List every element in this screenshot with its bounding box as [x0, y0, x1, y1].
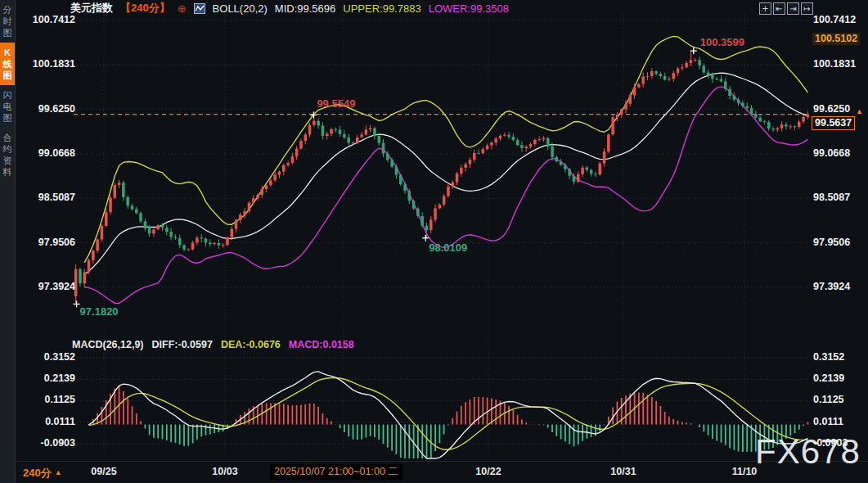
fx678-watermark: FX678	[755, 432, 861, 472]
last-price-marker-icon: ▲	[856, 108, 863, 115]
go-latest-icon[interactable]: ↦	[801, 2, 813, 15]
axis-tick-label: 98.5087	[11, 192, 75, 204]
macd-header: MACD(26,12,9) DIFF:-0.0597 DEA:-0.0676 M…	[72, 339, 354, 350]
axis-tick-label: 97.3924	[11, 281, 75, 293]
sidebar-tab-1[interactable]: K线图	[0, 43, 15, 85]
axis-tick-label: 99.0668	[11, 147, 75, 160]
session-high-badge: 100.5102	[812, 33, 860, 45]
boll-upper-value: UPPER:99.7883	[343, 2, 421, 15]
svg-text:100.3599: 100.3599	[700, 36, 744, 48]
boll-lower-value: LOWER:99.3508	[429, 2, 509, 15]
macd-name-label: MACD(26,12,9)	[72, 339, 144, 350]
axis-tick-label: 0.3152	[813, 351, 844, 363]
time-axis-label: 10/22	[456, 466, 521, 477]
chart-header: 美元指数 【240分】 ⊕ BOLL(20,2) MID:99.5696 UPP…	[70, 2, 509, 15]
axis-tick-label: 0.0111	[11, 416, 75, 428]
axis-tick-label: -0.0903	[11, 437, 75, 449]
period-tag: 【240分】	[120, 1, 170, 16]
time-axis-label: 10/03	[192, 466, 258, 477]
axis-tick-label: 99.6250	[11, 103, 75, 115]
macd-dea-value: DEA:-0.0676	[221, 339, 281, 350]
sidebar-tab-0[interactable]: 分时图	[0, 0, 15, 43]
axis-tick-label: 100.1831	[11, 58, 75, 70]
axis-tick-label: 0.3152	[11, 351, 75, 363]
zoom-out-icon[interactable]: ⇤	[773, 2, 785, 15]
macd-macd-value: MACD:0.0158	[289, 339, 354, 350]
price-axis-right: 100.7412100.183199.625099.066898.508797.…	[813, 0, 867, 458]
axis-tick-label: 98.5087	[813, 192, 850, 204]
time-axis-bar: 240分▲ 09/2510/0310/2210/3111/10	[0, 461, 868, 483]
axis-tick-label: 97.9506	[813, 237, 850, 249]
axis-tick-label: 99.6250	[813, 103, 850, 115]
crosshair-icon[interactable]: +	[759, 2, 771, 15]
axis-tick-label: 100.1831	[813, 58, 856, 70]
axis-tick-label: 97.3924	[813, 281, 850, 293]
period-dropdown-icon: ▲	[55, 468, 62, 476]
macd-diff-value: DIFF:-0.0597	[152, 339, 213, 350]
boll-label: BOLL(20,2)	[213, 2, 268, 15]
price-axis-left: 100.7412100.183199.625099.066898.508797.…	[11, 0, 75, 458]
trading-app-window: { "sidebar": { "tabs": [ {"label": "分时图"…	[0, 0, 868, 483]
time-axis-label: 09/25	[71, 466, 137, 477]
crosshair-date-tooltip: 2025/10/07 21:00~01:00 二	[270, 464, 403, 480]
chart-type-icon[interactable]	[194, 3, 205, 14]
period-selector[interactable]: 240分▲	[23, 466, 62, 481]
axis-tick-label: 99.0668	[813, 147, 850, 160]
chart-canvas[interactable]: 100.359999.554998.010997.1820	[0, 0, 868, 483]
last-price-badge: 99.5637	[812, 116, 855, 130]
sidebar-tab-3[interactable]: 合约资料	[0, 128, 15, 182]
axis-tick-label: 0.1125	[11, 394, 75, 406]
chart-type-sidebar: 分时图K线图闪电图合约资料	[0, 0, 16, 483]
axis-tick-label: 0.2139	[11, 372, 75, 385]
axis-tick-label: 0.0111	[813, 416, 843, 428]
chart-toolbar: +⇤⇥↦	[759, 2, 813, 15]
add-compare-icon[interactable]: ⊕	[178, 3, 187, 14]
boll-mid-value: MID:99.5696	[275, 2, 335, 15]
axis-tick-label: 100.7412	[813, 14, 856, 26]
zoom-in-icon[interactable]: ⇥	[787, 2, 799, 15]
axis-tick-label: 0.1125	[813, 394, 844, 406]
svg-text:99.5549: 99.5549	[317, 97, 355, 110]
axis-tick-label: 0.2139	[813, 372, 844, 385]
symbol-title: 美元指数	[70, 1, 113, 16]
axis-tick-label: 97.9506	[11, 237, 75, 249]
svg-text:98.0109: 98.0109	[429, 242, 467, 254]
time-axis-label: 10/31	[591, 466, 656, 477]
sidebar-tab-2[interactable]: 闪电图	[0, 85, 15, 128]
axis-tick-label: 100.7412	[11, 14, 75, 26]
svg-text:97.1820: 97.1820	[80, 305, 119, 318]
